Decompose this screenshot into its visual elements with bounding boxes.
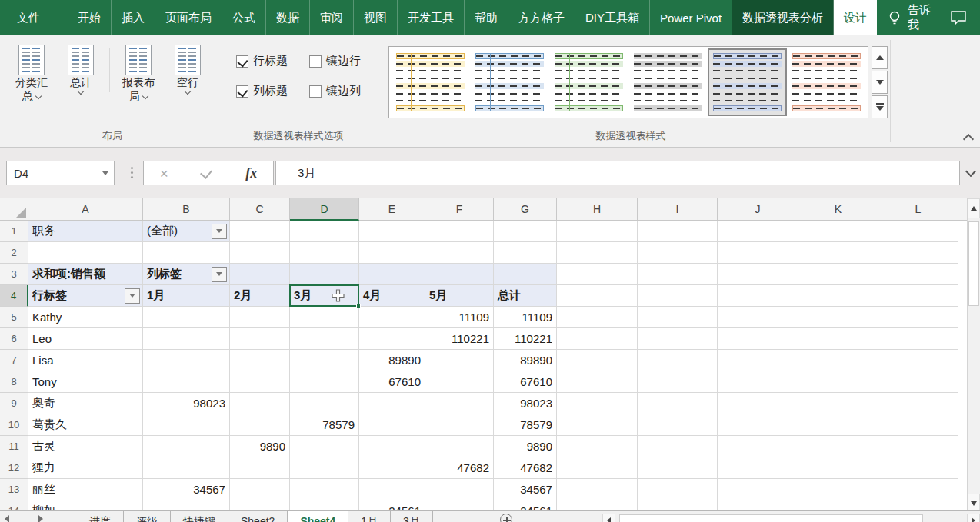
ribbon-tab-公式[interactable]: 公式	[222, 0, 266, 35]
enter-button[interactable]	[200, 167, 214, 179]
collapse-ribbon-icon[interactable]	[963, 133, 974, 141]
cell-J3[interactable]	[718, 264, 798, 285]
cell-L4[interactable]	[878, 285, 958, 307]
row-header-5[interactable]: 5	[0, 307, 28, 328]
cell-I10[interactable]	[638, 414, 718, 436]
cell-I13[interactable]	[638, 479, 718, 500]
cell-K2[interactable]	[798, 242, 878, 264]
row-header-1[interactable]: 1	[0, 221, 28, 242]
cell-F4[interactable]: 5月	[425, 285, 494, 307]
cell-D12[interactable]	[290, 457, 359, 479]
ribbon-tab-插入[interactable]: 插入	[112, 0, 155, 35]
cell-K7[interactable]	[798, 350, 878, 371]
row-header-9[interactable]: 9	[0, 393, 28, 414]
cell-D5[interactable]	[290, 307, 359, 328]
cell-I9[interactable]	[638, 393, 718, 414]
pivot-style-thumbnail-green[interactable]	[551, 50, 627, 115]
sheet-nav-left-icon[interactable]	[5, 515, 9, 522]
column-header-C[interactable]: C	[230, 198, 290, 221]
ribbon-tab-开始[interactable]: 开始	[68, 0, 112, 35]
vertical-scrollbar[interactable]	[967, 198, 980, 514]
cell-I7[interactable]	[638, 350, 718, 371]
cell-G2[interactable]	[494, 242, 557, 264]
cell-B1[interactable]: (全部)	[143, 221, 230, 242]
cell-B5[interactable]	[143, 307, 230, 328]
cancel-button[interactable]: ×	[160, 166, 168, 181]
cell-J5[interactable]	[718, 307, 798, 328]
cell-B9[interactable]: 98023	[143, 393, 230, 414]
cell-K3[interactable]	[798, 264, 878, 285]
ribbon-tab-帮助[interactable]: 帮助	[465, 0, 508, 35]
scroll-left-button[interactable]	[602, 514, 615, 522]
cell-J13[interactable]	[718, 479, 798, 500]
row-header-3[interactable]: 3	[0, 264, 28, 285]
cell-H1[interactable]	[557, 221, 638, 242]
cell-L10[interactable]	[878, 414, 958, 436]
cell-C8[interactable]	[230, 371, 290, 393]
cell-B13[interactable]: 34567	[143, 479, 230, 500]
cell-G6[interactable]: 110221	[494, 328, 557, 350]
checked-checkbox-icon[interactable]	[236, 85, 248, 98]
cell-J2[interactable]	[718, 242, 798, 264]
gallery-scroll-up-button[interactable]	[872, 46, 888, 69]
cell-B12[interactable]	[143, 457, 230, 479]
cell-D9[interactable]	[290, 393, 359, 414]
new-sheet-button[interactable]	[500, 514, 512, 522]
cell-K8[interactable]	[798, 371, 878, 393]
cell-K6[interactable]	[798, 328, 878, 350]
ribbon-tab-审阅[interactable]: 审阅	[310, 0, 354, 35]
column-header-D[interactable]: D	[290, 198, 359, 221]
row-header-11[interactable]: 11	[0, 436, 28, 457]
column-header-L[interactable]: L	[878, 198, 958, 221]
sheet-tab-快捷键[interactable]: 快捷键	[171, 511, 228, 522]
cell-B10[interactable]	[143, 414, 230, 436]
cell-L6[interactable]	[878, 328, 958, 350]
cell-F12[interactable]: 47682	[425, 457, 494, 479]
cell-E3[interactable]	[359, 264, 425, 285]
cell-C5[interactable]	[230, 307, 290, 328]
cell-J12[interactable]	[718, 457, 798, 479]
cell-L9[interactable]	[878, 393, 958, 414]
cell-J4[interactable]	[718, 285, 798, 307]
cell-F11[interactable]	[425, 436, 494, 457]
cell-L5[interactable]	[878, 307, 958, 328]
cell-H13[interactable]	[557, 479, 638, 500]
ribbon-tab-Power Pivot[interactable]: Power Pivot	[650, 0, 732, 35]
ribbon-tab-开发工具[interactable]: 开发工具	[398, 0, 465, 35]
cell-E13[interactable]	[359, 479, 425, 500]
cell-G12[interactable]: 47682	[494, 457, 557, 479]
cell-F5[interactable]: 11109	[425, 307, 494, 328]
cell-K9[interactable]	[798, 393, 878, 414]
cell-L2[interactable]	[878, 242, 958, 264]
cell-G9[interactable]: 98023	[494, 393, 557, 414]
cell-D8[interactable]	[290, 371, 359, 393]
cell-B7[interactable]	[143, 350, 230, 371]
cell-F2[interactable]	[425, 242, 494, 264]
cell-F9[interactable]	[425, 393, 494, 414]
cell-B8[interactable]	[143, 371, 230, 393]
horizontal-scrollbar[interactable]	[602, 514, 980, 522]
cell-E2[interactable]	[359, 242, 425, 264]
cell-F1[interactable]	[425, 221, 494, 242]
gallery-scroll-down-button[interactable]	[872, 71, 888, 94]
checkbox-banded-rows[interactable]: 镶边行	[309, 54, 372, 68]
cell-B11[interactable]	[143, 436, 230, 457]
ribbon-tab-文件[interactable]: 文件	[0, 0, 57, 35]
expand-formula-bar-icon[interactable]	[965, 167, 977, 176]
cell-L8[interactable]	[878, 371, 958, 393]
cell-B4[interactable]: 1月	[143, 285, 230, 307]
column-header-G[interactable]: G	[494, 198, 557, 221]
cell-F3[interactable]	[425, 264, 494, 285]
sheet-tab-评级[interactable]: 评级	[124, 511, 171, 522]
column-header-B[interactable]: B	[143, 198, 230, 221]
cell-E9[interactable]	[359, 393, 425, 414]
cell-L12[interactable]	[878, 457, 958, 479]
cell-G4[interactable]: 总计	[494, 285, 557, 307]
cell-A8[interactable]: Tony	[28, 371, 143, 393]
cell-E1[interactable]	[359, 221, 425, 242]
cell-D4[interactable]: 3月	[290, 285, 359, 307]
cell-A5[interactable]: Kathy	[28, 307, 143, 328]
cell-A2[interactable]	[28, 242, 143, 264]
cell-A7[interactable]: Lisa	[28, 350, 143, 371]
cell-D10[interactable]: 78579	[290, 414, 359, 436]
